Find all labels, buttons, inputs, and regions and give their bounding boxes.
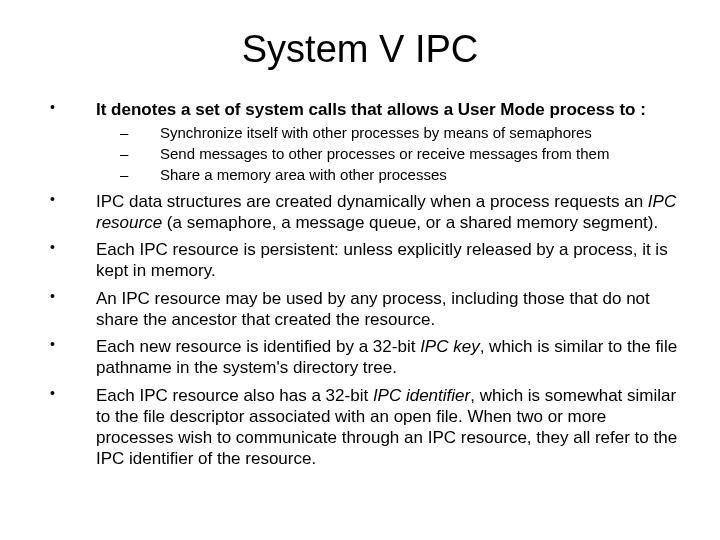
- slide-title: System V IPC: [40, 28, 680, 71]
- bullet-2-text-c: (a semaphore, a message queue, or a shar…: [162, 213, 658, 232]
- sub-bullet-1: Synchronize itself with other processes …: [96, 124, 680, 143]
- bullet-1-text: It denotes a set of system calls that al…: [96, 100, 646, 119]
- slide: System V IPC It denotes a set of system …: [0, 0, 720, 540]
- bullet-2: IPC data structures are created dynamica…: [40, 191, 680, 234]
- bullet-5-text-b: IPC key: [420, 337, 480, 356]
- bullet-1: It denotes a set of system calls that al…: [40, 99, 680, 185]
- bullet-4: An IPC resource may be used by any proce…: [40, 288, 680, 331]
- bullet-3: Each IPC resource is persistent: unless …: [40, 239, 680, 282]
- bullet-6-text-b: IPC identifier: [373, 386, 470, 405]
- sub-bullet-3: Share a memory area with other processes: [96, 166, 680, 185]
- sub-list: Synchronize itself with other processes …: [96, 124, 680, 184]
- bullet-list: It denotes a set of system calls that al…: [40, 99, 680, 470]
- bullet-6: Each IPC resource also has a 32-bit IPC …: [40, 385, 680, 470]
- bullet-6-text-a: Each IPC resource also has a 32-bit: [96, 386, 373, 405]
- bullet-2-text-a: IPC data structures are created dynamica…: [96, 192, 648, 211]
- bullet-4-text: An IPC resource may be used by any proce…: [96, 289, 650, 329]
- bullet-5-text-a: Each new resource is identified by a 32-…: [96, 337, 420, 356]
- sub-bullet-2: Send messages to other processes or rece…: [96, 145, 680, 164]
- bullet-5: Each new resource is identified by a 32-…: [40, 336, 680, 379]
- bullet-3-text: Each IPC resource is persistent: unless …: [96, 240, 668, 280]
